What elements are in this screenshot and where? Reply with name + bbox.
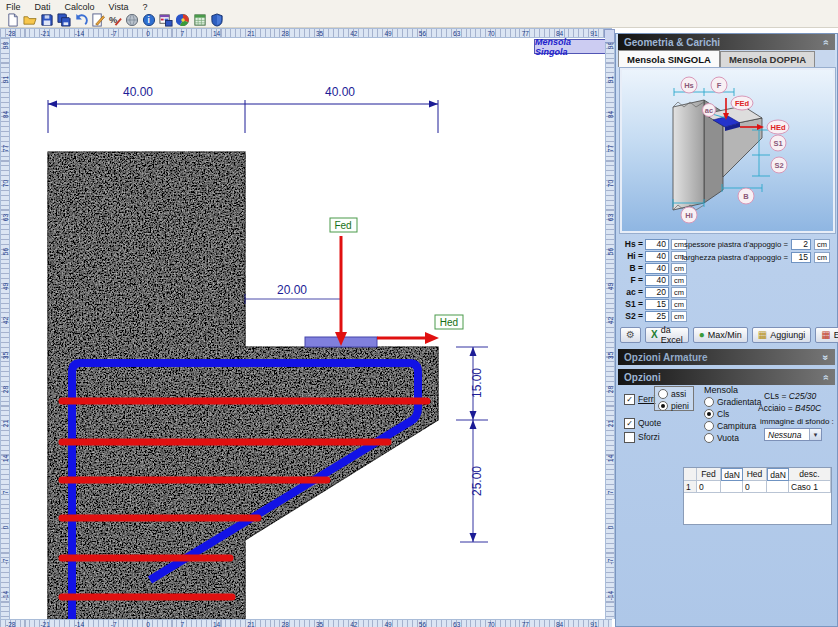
background-image-dropdown[interactable]: Nessuna ▾ xyxy=(764,428,822,441)
label-f: F xyxy=(717,81,722,90)
ruler-label: -28 xyxy=(6,620,15,627)
plate-field-input[interactable]: 15 xyxy=(791,252,811,263)
load-table-header: Fed xyxy=(697,468,721,481)
ruler-origin-chip[interactable] xyxy=(604,29,615,43)
ruler-label: 7 xyxy=(180,620,184,627)
ruler-label: 0 xyxy=(607,519,614,536)
table-save-icon[interactable] xyxy=(157,13,174,28)
ruler-bottom: -28-21-14-707142128354249566370778491 xyxy=(0,619,612,627)
aggiungi-button[interactable]: ▦Aggiungi xyxy=(752,327,811,343)
dim-arrow xyxy=(470,347,477,356)
application-window: FileDatiCalcoloVista? % i -28-21-14-7071… xyxy=(0,0,838,627)
radio-mensola-cls[interactable]: Cls xyxy=(704,408,761,420)
load-table-cell[interactable]: 0 xyxy=(743,481,767,493)
dim-upper: 15.00 xyxy=(470,368,484,398)
dim-offset: 20.00 xyxy=(277,283,307,297)
radio-icon xyxy=(704,433,714,443)
ruler-label: 77 xyxy=(607,140,614,157)
color-wheel-icon[interactable] xyxy=(174,13,191,28)
radio-mensola-campitura[interactable]: Campitura xyxy=(704,420,761,432)
load-table-cell[interactable]: 0 xyxy=(697,481,721,493)
ruler-label: 91 xyxy=(607,71,614,88)
field-input[interactable]: 40 xyxy=(645,239,669,250)
corbel-schematic-box: Hs F ac FEd HEd S1 S2 B Hi xyxy=(620,68,835,233)
dim-arrow xyxy=(470,420,477,429)
load-table-cell[interactable] xyxy=(721,481,743,493)
globe-icon[interactable] xyxy=(123,13,140,28)
unit-chip: cm xyxy=(814,252,830,263)
acciaio-text: Acciaio = B450C xyxy=(758,403,821,413)
undo-icon[interactable] xyxy=(72,13,89,28)
sfondo-label: immagine di sfondo : xyxy=(760,417,834,426)
ruler-label: 56 xyxy=(607,243,614,260)
menu-item-calcolo[interactable]: Calcolo xyxy=(65,2,95,12)
new-document-icon[interactable] xyxy=(4,13,21,28)
radio-pieni[interactable]: pieni xyxy=(658,400,690,412)
load-table-cell[interactable]: Caso 1 xyxy=(789,481,831,493)
radio-label: Gradientata xyxy=(717,397,761,407)
menu-item-file[interactable]: File xyxy=(6,2,21,12)
geometry-panel-header[interactable]: Geometria & Carichi » xyxy=(618,34,835,50)
drawing-area: 40.00 40.00 20.00 Fed Hed xyxy=(10,38,605,619)
radio-assi[interactable]: assi xyxy=(658,388,690,400)
field-input[interactable]: 40 xyxy=(645,263,669,274)
ruler-label: 63 xyxy=(453,620,460,627)
da-excel-button[interactable]: Xda Excel xyxy=(645,327,689,343)
ruler-label: 21 xyxy=(2,415,9,432)
plate-field-input[interactable]: 2 xyxy=(791,239,811,250)
tab-mensola-singola[interactable]: Mensola SINGOLA xyxy=(618,50,720,67)
field-input[interactable]: 25 xyxy=(645,311,669,322)
ruler-label: 63 xyxy=(607,209,614,226)
schematic-column-front xyxy=(673,100,704,210)
ruler-label: 21 xyxy=(607,415,614,432)
field-label: S1 = xyxy=(619,299,643,309)
options-armature-header[interactable]: Opzioni Armature » xyxy=(618,349,835,365)
expand-chevron-icon[interactable]: » xyxy=(821,354,832,360)
save-all-icon[interactable] xyxy=(55,13,72,28)
checkbox-ferri[interactable]: ✓ Ferri xyxy=(624,393,655,405)
menu-item-[interactable]: ? xyxy=(142,2,147,12)
checkbox-quote[interactable]: ✓ Quote xyxy=(624,417,661,429)
load-table-cell[interactable] xyxy=(767,481,789,493)
info-icon[interactable]: i xyxy=(140,13,157,28)
field-input[interactable]: 20 xyxy=(645,287,669,298)
options-armature-title: Opzioni Armature xyxy=(624,352,708,363)
checkbox-sforzi[interactable]: Sforzi xyxy=(624,431,660,443)
ruler-label: 28 xyxy=(282,620,289,627)
tab-mensola-doppia[interactable]: Mensola DOPPIA xyxy=(720,51,815,67)
label-ac: ac xyxy=(705,106,713,115)
field-input[interactable]: 40 xyxy=(645,251,669,262)
field-label: ac = xyxy=(619,287,643,297)
load-table-header xyxy=(684,468,697,481)
elimina-button[interactable]: ▦Elimina xyxy=(815,327,838,343)
load-table-cell[interactable]: 1 xyxy=(684,481,697,493)
collapse-chevron-icon[interactable]: » xyxy=(821,39,832,45)
geometry-panel-title: Geometria & Carichi xyxy=(624,37,720,48)
radio-mensola-vuota[interactable]: Vuota xyxy=(704,432,761,444)
checkbox-icon xyxy=(624,432,635,443)
save-icon[interactable] xyxy=(38,13,55,28)
open-folder-icon[interactable] xyxy=(21,13,38,28)
dim-arrow xyxy=(470,533,477,542)
options-title: Opzioni xyxy=(624,372,661,383)
edit-report-icon[interactable] xyxy=(89,13,106,28)
menu-item-vista[interactable]: Vista xyxy=(109,2,129,12)
max-min-button[interactable]: ●Max/Min xyxy=(693,327,748,343)
ruler-label: 49 xyxy=(384,29,391,38)
field-input[interactable]: 40 xyxy=(645,275,669,286)
ruler-label: 14 xyxy=(607,450,614,467)
field-input[interactable]: 15 xyxy=(645,299,669,310)
ruler-label: 35 xyxy=(316,29,323,38)
ferri-label: Ferri xyxy=(638,394,655,404)
calc-table-icon[interactable] xyxy=(191,13,208,28)
settings-button[interactable]: ⚙ xyxy=(620,327,641,343)
table-row: 100Caso 1 xyxy=(684,481,831,493)
ruler-label: 63 xyxy=(2,209,9,226)
collapse-chevron-icon[interactable]: » xyxy=(821,374,832,380)
percent-edit-icon[interactable]: % xyxy=(106,13,123,28)
radio-mensola-gradientata[interactable]: Gradientata xyxy=(704,396,761,408)
field-label: Hs = xyxy=(619,239,643,249)
options-header[interactable]: Opzioni » xyxy=(618,369,835,385)
shield-icon[interactable] xyxy=(208,13,225,28)
menu-item-dati[interactable]: Dati xyxy=(35,2,51,12)
